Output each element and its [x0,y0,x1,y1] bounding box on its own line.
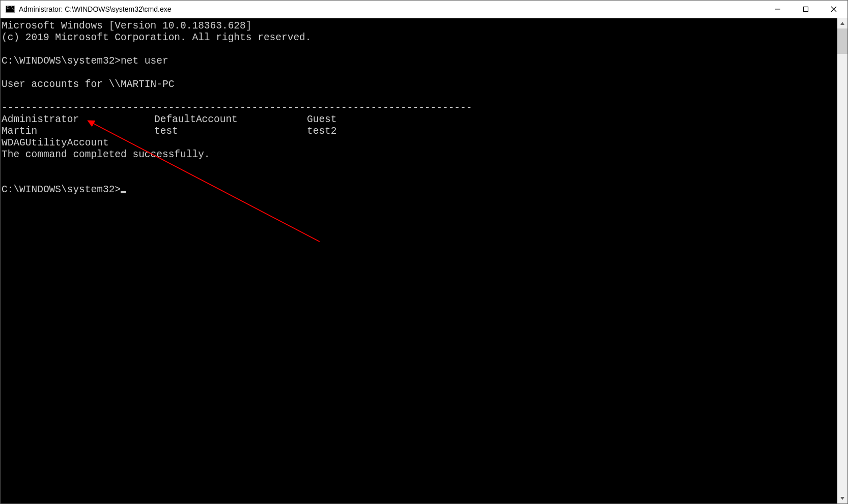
prompt-1: C:\WINDOWS\system32> [2,55,121,67]
account-row3: WDAGUtilityAccount [2,137,109,149]
scroll-track[interactable] [837,28,847,493]
scroll-down-button[interactable] [837,493,847,503]
chevron-up-icon [840,21,845,26]
close-icon [831,6,837,12]
banner-line2: (c) 2019 Microsoft Corporation. All righ… [2,32,312,43]
command-1: net user [121,55,168,67]
prompt-2: C:\WINDOWS\system32> [2,184,121,195]
maximize-button[interactable] [792,1,819,18]
vertical-scrollbar[interactable] [837,18,847,503]
svg-rect-1 [803,7,808,12]
account-row2: Martintesttest2 [2,126,337,137]
account-row1: AdministratorDefaultAccountGuest [2,114,337,125]
svg-marker-6 [840,22,844,25]
chevron-down-icon [840,496,845,501]
separator: ----------------------------------------… [2,102,472,113]
titlebar[interactable]: Administrator: C:\WINDOWS\system32\cmd.e… [1,1,847,18]
terminal-output[interactable]: Microsoft Windows [Version 10.0.18363.62… [1,18,837,503]
terminal-area: Microsoft Windows [Version 10.0.18363.62… [1,18,847,503]
window-controls [764,1,847,18]
success-message: The command completed successfully. [2,149,210,160]
accounts-header: User accounts for \\MARTIN-PC [2,79,174,90]
minimize-button[interactable] [764,1,792,18]
close-button[interactable] [819,1,847,18]
minimize-icon [775,6,781,12]
svg-marker-7 [840,497,844,500]
maximize-icon [803,6,809,12]
scroll-up-button[interactable] [837,18,847,28]
scroll-thumb[interactable] [837,28,847,54]
banner-line1: Microsoft Windows [Version 10.0.18363.62… [2,20,251,32]
window-title: Administrator: C:\WINDOWS\system32\cmd.e… [19,5,764,13]
cmd-icon [6,6,15,13]
cursor [121,191,126,193]
cmd-window: Administrator: C:\WINDOWS\system32\cmd.e… [0,0,848,504]
